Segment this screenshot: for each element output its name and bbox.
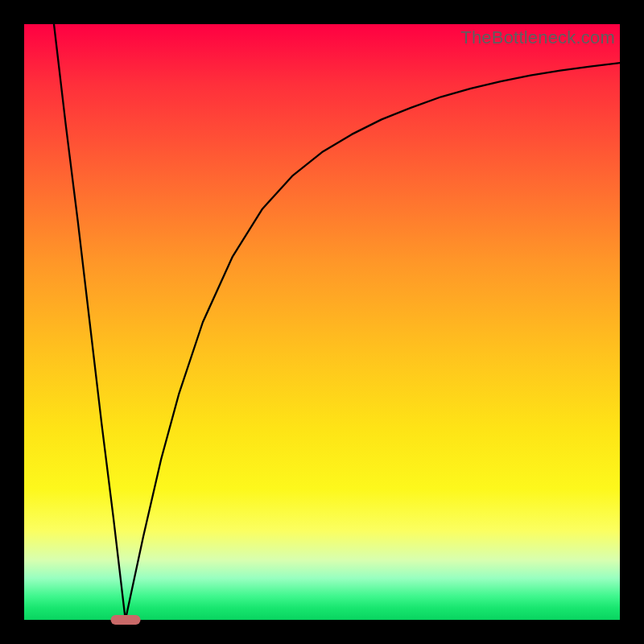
curve-left-branch — [54, 24, 126, 620]
selection-marker — [110, 615, 140, 625]
chart-frame: TheBottleneck.com — [0, 0, 644, 644]
curve-layer — [24, 24, 620, 620]
plot-area: TheBottleneck.com — [24, 24, 620, 620]
curve-right-branch — [126, 63, 620, 620]
